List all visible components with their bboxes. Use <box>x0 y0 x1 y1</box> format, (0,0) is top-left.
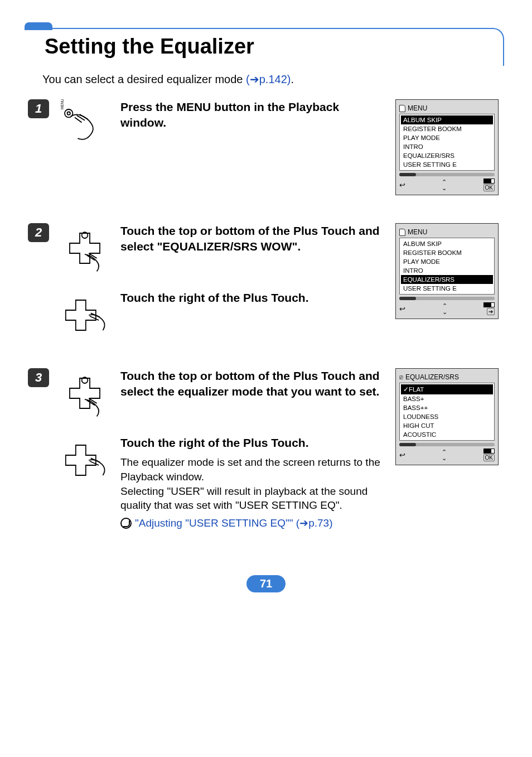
screen-illustration-column: MENU ALBUM SKIP REGISTER BOOKM PLAY MODE… <box>395 223 504 319</box>
footer-left: ↩ <box>399 181 405 189</box>
arrow-indicator: ➔ <box>487 308 495 315</box>
battery-icon <box>483 179 495 184</box>
screen-scrollbar <box>399 173 495 176</box>
plus-touch-right-icon <box>60 435 110 485</box>
menu-item: PLAY MODE <box>401 257 493 266</box>
device-screen-step1: MENU ALBUM SKIP REGISTER BOOKM PLAY MODE… <box>395 99 499 195</box>
step-instruction: Touch the right of the Plus Touch. <box>120 290 382 306</box>
step-text-column: Touch the right of the Plus Touch. The e… <box>120 435 388 531</box>
step-number-badge: 1 <box>28 99 49 118</box>
screen-title: MENU <box>408 228 427 236</box>
step-icon-column <box>57 290 113 340</box>
chevron-down-icon: ⌄ <box>442 185 447 191</box>
menu-item-label: FLAT <box>409 386 424 393</box>
menu-item: ALBUM SKIP <box>401 115 493 124</box>
nav-pad-icon: ⌃ ⌄ <box>432 449 457 461</box>
section-title: Setting the Equalizer <box>28 29 503 59</box>
menu-item: BASS++ <box>401 403 493 412</box>
screen-title: MENU <box>408 104 427 112</box>
substep-row: Touch the right of the Plus Touch. <box>57 290 388 340</box>
step-1: 1 MENU Press the MENU button in the Play… <box>28 99 504 195</box>
screen-illustration-column: ⎚ EQUALIZER/SRS ✓FLAT BASS+ BASS++ LOUDN… <box>395 368 504 465</box>
doc-icon <box>399 105 405 112</box>
battery-icon <box>483 302 495 307</box>
step-text-column: Touch the right of the Plus Touch. <box>120 290 388 340</box>
step-body: The equalizer mode is set and the screen… <box>120 455 382 484</box>
step-instruction: Touch the top or bottom of the Plus Touc… <box>120 223 382 255</box>
step-text-column: Touch the top or bottom of the Plus Touc… <box>120 368 388 418</box>
reference-bullet-icon <box>120 518 132 529</box>
screen-illustration-column: MENU ALBUM SKIP REGISTER BOOKM PLAY MODE… <box>395 99 504 195</box>
screen-menu-list: ✓FLAT BASS+ BASS++ LOUDNESS HIGH CUT ACO… <box>399 383 495 441</box>
intro-page-link[interactable]: (➔p.142) <box>246 73 291 85</box>
step-icon-column <box>57 435 113 531</box>
intro-text: You can select a desired equalizer mode <box>42 73 246 85</box>
reference-link-row: "Adjusting "USER SETTING EQ"" (➔p.73) <box>120 516 382 531</box>
repeat-icon: ↩ <box>399 451 405 459</box>
footer-right: OK <box>483 179 495 191</box>
section-header: Setting the Equalizer <box>28 28 504 66</box>
chevron-up-icon: ⌃ <box>442 303 447 309</box>
nav-pad-icon: ⌃ ⌄ <box>432 179 457 191</box>
reference-link[interactable]: "Adjusting "USER SETTING EQ"" (➔p.73) <box>135 516 332 531</box>
chevron-down-icon: ⌄ <box>442 455 447 461</box>
footer-right: OK <box>483 449 495 461</box>
menu-item: PLAY MODE <box>401 133 493 142</box>
screen-scrollbar <box>399 297 495 300</box>
step-text-column: Touch the top or bottom of the Plus Touc… <box>120 223 388 273</box>
step-body: Selecting "USER" will result in playback… <box>120 484 382 513</box>
footer-left: ↩ <box>399 451 405 459</box>
screen-footer: ↩ ⌃ ⌄ OK <box>399 449 495 461</box>
menu-item: USER SETTING E <box>401 160 493 169</box>
plus-touch-right-icon <box>60 290 110 340</box>
menu-item: HIGH CUT <box>401 421 493 430</box>
eq-icon: ⎚ <box>399 374 403 380</box>
svg-text:MENU: MENU <box>60 99 64 109</box>
device-screen-step2: MENU ALBUM SKIP REGISTER BOOKM PLAY MODE… <box>395 223 499 319</box>
ok-indicator: OK <box>483 454 495 461</box>
menu-item: ✓FLAT <box>401 384 493 394</box>
header-tab-decoration <box>25 22 52 30</box>
menu-item: INTRO <box>401 266 493 275</box>
screen-menu-list: ALBUM SKIP REGISTER BOOKM PLAY MODE INTR… <box>399 238 495 295</box>
repeat-icon: ↩ <box>399 305 405 313</box>
screen-title-row: MENU <box>399 228 495 236</box>
step-number-badge: 3 <box>28 368 49 387</box>
menu-item: REGISTER BOOKM <box>401 124 493 133</box>
screen-title: EQUALIZER/SRS <box>405 373 459 381</box>
plus-touch-vertical-icon <box>60 368 110 418</box>
screen-footer: ↩ ⌃ ⌄ ➔ <box>399 302 495 315</box>
step-icon-column <box>57 368 113 418</box>
screen-menu-list: ALBUM SKIP REGISTER BOOKM PLAY MODE INTR… <box>399 114 495 171</box>
intro-suffix: . <box>291 73 294 85</box>
step-icon-column <box>57 223 113 273</box>
nav-pad-icon: ⌃ ⌄ <box>432 303 457 315</box>
menu-item: BASS+ <box>401 394 493 403</box>
menu-item: REGISTER BOOKM <box>401 248 493 257</box>
step-instruction: Touch the top or bottom of the Plus Touc… <box>120 368 382 400</box>
menu-item: ACOUSTIC <box>401 430 493 439</box>
ok-indicator: OK <box>483 184 495 191</box>
screen-scrollbar <box>399 443 495 446</box>
menu-item: INTRO <box>401 142 493 151</box>
doc-icon <box>399 229 405 236</box>
svg-point-2 <box>67 112 70 115</box>
substep-row: Touch the right of the Plus Touch. The e… <box>57 435 388 531</box>
chevron-up-icon: ⌃ <box>442 449 447 455</box>
menu-item: ALBUM SKIP <box>401 239 493 248</box>
menu-press-icon: MENU <box>60 99 110 150</box>
step-instruction: Press the MENU button in the Playback wi… <box>120 99 382 131</box>
device-screen-step3: ⎚ EQUALIZER/SRS ✓FLAT BASS+ BASS++ LOUDN… <box>395 368 499 465</box>
chevron-down-icon: ⌄ <box>442 309 447 315</box>
page-number-container: 71 <box>28 575 504 592</box>
footer-left: ↩ <box>399 305 405 313</box>
screen-title-row: MENU <box>399 104 495 112</box>
intro-paragraph: You can select a desired equalizer mode … <box>42 73 504 86</box>
footer-right: ➔ <box>483 302 495 315</box>
plus-touch-vertical-icon <box>60 223 110 273</box>
menu-item: USER SETTING E <box>401 284 493 293</box>
chevron-up-icon: ⌃ <box>442 179 447 185</box>
repeat-icon: ↩ <box>399 181 405 189</box>
menu-item: EQUALIZER/SRS <box>401 275 493 284</box>
step-text-column: Press the MENU button in the Playback wi… <box>120 99 388 136</box>
